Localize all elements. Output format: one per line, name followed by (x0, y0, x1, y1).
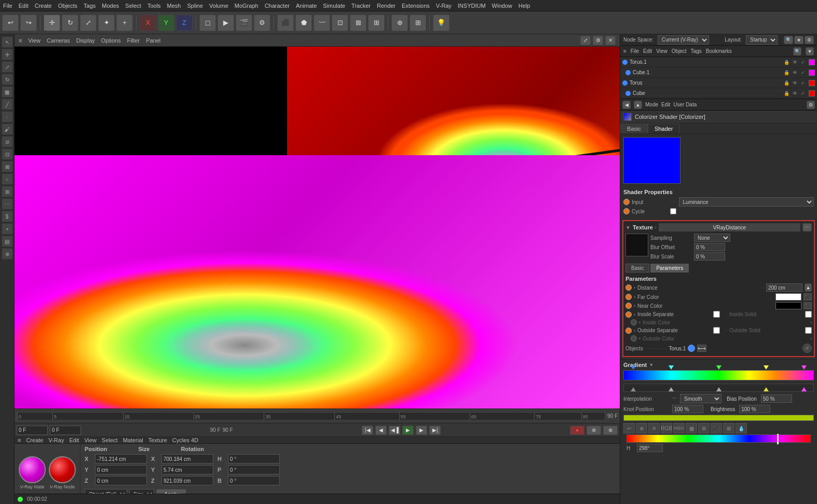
obj-color-3[interactable] (809, 90, 815, 97)
obj-icon-vis4[interactable]: 👁 (791, 90, 798, 97)
sampling-select[interactable]: None (694, 234, 730, 242)
far-color-box[interactable] (775, 293, 801, 301)
left-edge[interactable]: ╱ (2, 99, 13, 110)
obj-icon-lock2[interactable]: 🔒 (783, 79, 790, 87)
inside-sep-check[interactable] (713, 311, 720, 318)
props-tab-edit[interactable]: Edit (661, 102, 670, 107)
objects-link-btn[interactable]: ⟷ (697, 345, 706, 352)
input-select[interactable]: Luminance (679, 197, 814, 207)
rotate-tool[interactable]: ↻ (62, 15, 78, 31)
knot-pos-input[interactable] (672, 405, 703, 413)
menu-vray[interactable]: V-Ray (436, 3, 452, 9)
bt-cycles[interactable]: Cycles 4D (172, 437, 198, 443)
z-axis[interactable]: Z (176, 15, 193, 31)
tex-tab-params[interactable]: Parameters (650, 264, 689, 273)
left-terrain[interactable]: ⋯ (2, 198, 13, 210)
left-loop[interactable]: ○ (2, 173, 13, 185)
sphere-object[interactable]: ⬟ (295, 15, 312, 31)
grad-tool-2[interactable]: ✕ (648, 423, 660, 433)
grad-tool-1[interactable]: ⊕ (636, 423, 647, 433)
bt-vray[interactable]: V-Ray (48, 437, 64, 443)
menu-help[interactable]: Help (519, 3, 530, 9)
obj-color-2[interactable] (809, 80, 815, 86)
grad-tool-0[interactable]: ↩ (623, 423, 635, 433)
obj-icon-vis1[interactable]: 👁 (791, 69, 798, 76)
obj-color-0[interactable] (809, 59, 815, 65)
autokey[interactable]: ⊛ (603, 426, 618, 435)
props-up[interactable]: ▲ (634, 101, 642, 109)
inside-solid-check[interactable] (805, 311, 812, 318)
menu-select[interactable]: Select (125, 3, 141, 9)
deformer-object[interactable]: ⊠ (350, 15, 366, 31)
rot-b-input[interactable] (228, 476, 280, 485)
frame-display[interactable] (50, 426, 81, 435)
cycle-checkbox[interactable] (670, 208, 676, 214)
objmgr-tags[interactable]: Tags (691, 48, 702, 54)
light-tool[interactable]: 💡 (433, 15, 450, 31)
texture-expand[interactable]: ▼ (625, 225, 631, 230)
grad-tool-5[interactable]: ▦ (686, 423, 697, 433)
grad-marker-1[interactable] (669, 365, 674, 370)
menu-window[interactable]: Window (492, 3, 512, 9)
objmgr-file[interactable]: File (631, 48, 639, 54)
far-color-picker[interactable]: ⬛ (804, 293, 812, 301)
vp-panel[interactable]: Panel (146, 37, 160, 44)
left-poly[interactable]: ▦ (2, 86, 13, 98)
move-tool[interactable]: ✛ (44, 15, 60, 31)
bias-pos-input[interactable] (761, 394, 792, 403)
grad-bottom-marker-3[interactable] (764, 387, 769, 391)
universal-tool[interactable]: ✦ (98, 15, 115, 31)
menu-edit[interactable]: Edit (19, 3, 29, 9)
undo-button[interactable]: ↩ (2, 15, 19, 31)
menu-extensions[interactable]: Extensions (402, 3, 430, 9)
menu-character[interactable]: Character (265, 3, 290, 9)
size-x-input[interactable] (161, 454, 213, 464)
render-active[interactable]: ▶ (217, 15, 234, 31)
bt-edit[interactable]: Edit (69, 437, 79, 443)
obj-icon-lock[interactable]: 🔒 (783, 59, 790, 66)
obj-icon-vis2[interactable]: ✓ (799, 59, 807, 66)
outside-sep-check[interactable] (713, 327, 720, 334)
left-paint[interactable]: 🖌 (2, 124, 13, 135)
left-move[interactable]: ✛ (2, 49, 13, 60)
objects-action-btn[interactable]: ↺ (802, 344, 812, 353)
left-bevel[interactable]: ⊠ (2, 161, 13, 172)
grad-marker-2[interactable] (716, 365, 721, 370)
right-settings[interactable]: ⚙ (805, 36, 814, 44)
right-bookmark[interactable]: ★ (794, 36, 804, 44)
render-picture[interactable]: 🎬 (236, 15, 252, 31)
go-start[interactable]: |◀ (362, 426, 373, 435)
viewport-3d[interactable] (15, 47, 620, 408)
left-knife[interactable]: ⊘ (2, 136, 13, 147)
material-item-1[interactable]: V-Ray Node (49, 456, 76, 489)
grad-marker-3[interactable] (764, 365, 769, 370)
snap-tool[interactable]: ⊕ (391, 15, 408, 31)
left-scale[interactable]: ⤢ (2, 61, 13, 73)
grad-bottom-marker-0[interactable] (631, 387, 636, 391)
left-spline[interactable]: $ (2, 211, 13, 222)
vp-cameras[interactable]: Cameras (47, 37, 70, 44)
tab-basic[interactable]: Basic (620, 124, 648, 133)
left-point[interactable]: · (2, 111, 13, 122)
grad-bottom-marker-4[interactable] (801, 387, 807, 391)
effector-object[interactable]: ⊞ (368, 15, 385, 31)
play[interactable]: ▶ (402, 426, 414, 435)
obj-row-2[interactable]: Torus 🔒 👁 ✓ (620, 78, 817, 88)
left-layers[interactable]: ▤ (2, 236, 13, 247)
size-z-input[interactable] (161, 476, 213, 485)
grad-marker-0[interactable] (631, 365, 636, 370)
grad-bottom-marker-1[interactable] (669, 387, 674, 391)
scale-tool[interactable]: ⤢ (80, 15, 97, 31)
play-back[interactable]: ◀▐ (389, 426, 400, 435)
hsv-bar[interactable] (627, 434, 811, 443)
obj-color-1[interactable] (809, 70, 815, 76)
menu-tags[interactable]: Tags (84, 3, 96, 9)
prev-frame[interactable]: ◀ (375, 426, 387, 435)
render-settings[interactable]: ⚙ (254, 15, 270, 31)
next-frame[interactable]: ▶ (416, 426, 427, 435)
blur-offset-input[interactable] (694, 243, 725, 251)
texture-menu[interactable]: ⋯ (802, 223, 812, 231)
record-btn[interactable]: ● (570, 426, 584, 435)
menu-tracker[interactable]: Tracker (351, 3, 371, 9)
tex-tab-basic[interactable]: Basic (625, 264, 649, 273)
